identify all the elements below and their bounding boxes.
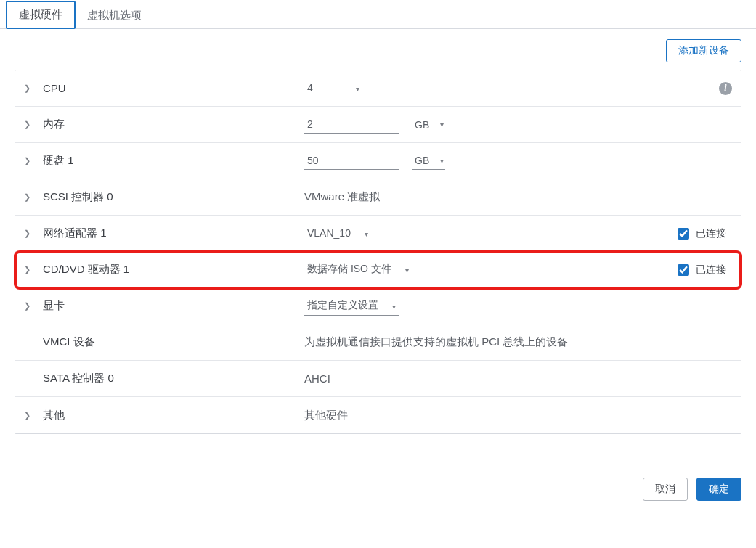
memory-unit-select[interactable]: GB ▾ [412,116,445,134]
other-label: 其他 [43,409,304,422]
chevron-right-icon[interactable]: ❯ [24,411,36,420]
row-cd-dvd: ❯ CD/DVD 驱动器 1 数据存储 ISO 文件 ▾ 已连接 [15,252,741,288]
row-cpu: ❯ CPU 4 ▾ i [15,70,741,107]
chevron-down-icon: ▾ [392,303,396,311]
row-gpu: ❯ 显卡 指定自定义设置 ▾ [15,288,741,324]
hardware-panel: ❯ CPU 4 ▾ i ❯ 内存 2 GB ▾ [15,70,741,434]
chevron-right-icon[interactable]: ❯ [24,120,36,129]
disk-unit-select[interactable]: GB ▾ [412,152,445,170]
disk-size-input[interactable]: 50 [304,152,399,170]
chevron-right-icon[interactable]: ❯ [24,156,36,165]
add-device-label: 添加新设备 [678,44,729,57]
chevron-down-icon: ▾ [405,266,409,274]
sata-label: SATA 控制器 0 [43,372,304,385]
cddvd-select[interactable]: 数据存储 ISO 文件 ▾ [304,260,412,279]
vmci-label: VMCI 设备 [43,335,304,349]
cddvd-connected-checkbox[interactable] [678,264,689,276]
tab-virtual-hardware-label: 虚拟硬件 [19,8,62,20]
gpu-label: 显卡 [43,299,304,313]
row-vmci: ❯ VMCI 设备 为虚拟机通信接口提供支持的虚拟机 PCI 总线上的设备 [15,324,741,361]
cddvd-connected-label: 已连接 [696,263,726,277]
nic-connected-checkbox[interactable] [678,228,689,240]
ok-button[interactable]: 确定 [696,478,741,501]
nic-label: 网络适配器 1 [43,226,304,240]
cpu-value: 4 [307,82,313,94]
disk-size-value: 50 [307,155,319,166]
row-scsi: ❯ SCSI 控制器 0 VMware 准虚拟 [15,179,741,216]
info-icon[interactable]: i [719,82,732,95]
chevron-right-icon[interactable]: ❯ [24,265,36,274]
chevron-down-icon: ▾ [440,120,444,128]
nic-connected-label: 已连接 [696,227,726,240]
scsi-value: VMware 准虚拟 [304,190,380,204]
cddvd-label: CD/DVD 驱动器 1 [43,263,304,277]
memory-label: 内存 [43,118,304,131]
row-network-adapter: ❯ 网络适配器 1 VLAN_10 ▾ 已连接 [15,216,741,252]
chevron-right-icon[interactable]: ❯ [24,83,36,93]
cddvd-value: 数据存储 ISO 文件 [307,263,391,276]
nic-select[interactable]: VLAN_10 ▾ [304,224,371,242]
disk-unit: GB [415,155,429,166]
memory-input[interactable]: 2 [304,115,399,134]
tab-vm-options-label: 虚拟机选项 [87,9,142,21]
toolbar: 添加新设备 [0,29,756,70]
scsi-label: SCSI 控制器 0 [43,190,304,204]
other-value: 其他硬件 [304,409,348,422]
row-sata: ❯ SATA 控制器 0 AHCI [15,361,741,397]
add-device-button[interactable]: 添加新设备 [666,39,741,62]
disk-label: 硬盘 1 [43,154,304,168]
cancel-button[interactable]: 取消 [643,478,688,501]
cancel-label: 取消 [655,483,675,496]
row-memory: ❯ 内存 2 GB ▾ [15,107,741,143]
vmci-value: 为虚拟机通信接口提供支持的虚拟机 PCI 总线上的设备 [304,335,568,349]
tab-virtual-hardware[interactable]: 虚拟硬件 [6,1,76,29]
chevron-down-icon: ▾ [440,157,444,165]
ok-label: 确定 [709,483,729,496]
footer: 取消 确定 [0,449,756,515]
sata-value: AHCI [304,372,330,385]
gpu-value: 指定自定义设置 [307,299,378,312]
chevron-right-icon[interactable]: ❯ [24,229,36,238]
cpu-label: CPU [43,82,304,94]
memory-value: 2 [307,118,313,130]
chevron-down-icon: ▾ [356,85,359,93]
chevron-right-icon[interactable]: ❯ [24,192,36,202]
tab-vm-options[interactable]: 虚拟机选项 [76,3,153,28]
gpu-select[interactable]: 指定自定义设置 ▾ [304,296,399,316]
memory-unit: GB [415,119,429,131]
tabs-bar: 虚拟硬件 虚拟机选项 [0,0,756,29]
row-other: ❯ 其他 其他硬件 [15,397,741,433]
chevron-right-icon[interactable]: ❯ [24,301,36,311]
chevron-down-icon: ▾ [365,230,368,238]
cpu-select[interactable]: 4 ▾ [304,79,362,97]
nic-value: VLAN_10 [307,227,351,239]
row-disk: ❯ 硬盘 1 50 GB ▾ [15,143,741,179]
